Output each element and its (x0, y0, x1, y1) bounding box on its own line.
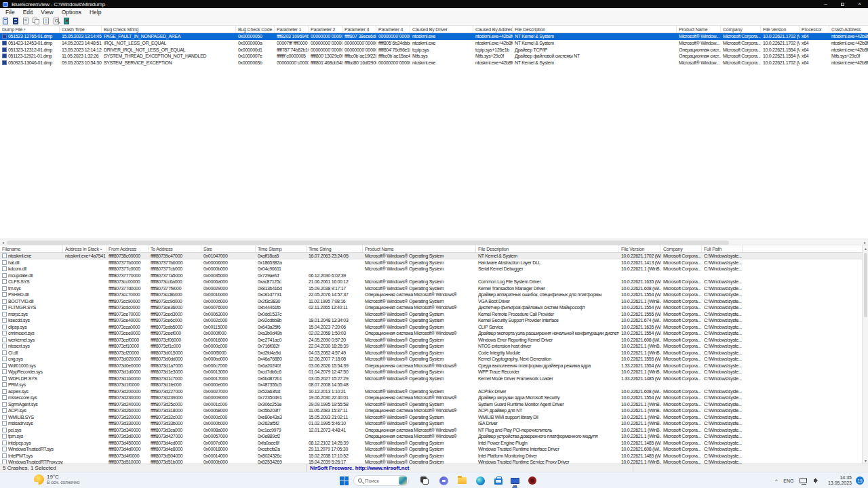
column-header[interactable]: Product Name (363, 245, 476, 252)
column-header[interactable]: Caused By Driver (410, 26, 473, 33)
column-header[interactable]: Company (661, 245, 702, 252)
driver-row[interactable]: CI.dll fffff8073cf20000 fffff8073d015000… (0, 350, 862, 357)
advanced-options-icon[interactable] (63, 18, 71, 24)
task-view-button[interactable] (419, 475, 430, 486)
scroll-up-arrow[interactable]: ▴ (863, 245, 868, 251)
column-header[interactable]: Parameter 4 (376, 26, 410, 33)
chat-button[interactable] (438, 475, 449, 486)
report-icon[interactable] (22, 18, 30, 24)
volume-icon[interactable] (814, 477, 821, 484)
driver-row[interactable]: WppRecorder.sys fffff8073d1d0000 fffff80… (0, 369, 862, 375)
driver-row[interactable]: PSHED.dll fffff8073cc70000 fffff8073cc8b… (0, 291, 862, 298)
column-header[interactable]: Size (201, 245, 256, 252)
column-header[interactable]: Processor (800, 26, 829, 33)
driver-row[interactable]: tpm.sys fffff8073d3d0000 fffff8073d42700… (0, 433, 862, 440)
column-header[interactable]: Crash Time (60, 26, 102, 33)
driver-row[interactable]: intelpep.sys fffff8073d450000 fffff8073d… (0, 440, 862, 447)
driver-row[interactable]: CLFS.SYS fffff8073cc00000 fffff8073cc6a0… (0, 279, 862, 285)
driver-row[interactable]: acpiex.sys fffff8073d200000 fffff8073d22… (0, 388, 862, 395)
driver-row[interactable]: pci.sys fffff8073d340000 fffff8073d3ca00… (0, 427, 862, 434)
driver-row[interactable]: WindowsTrustedRT.sys fffff8073d4d0000 ff… (0, 446, 862, 453)
column-header[interactable]: From Address (106, 245, 149, 252)
copy-icon[interactable] (33, 18, 40, 24)
menu-item[interactable]: Edit (19, 8, 37, 17)
hscroll-thumb[interactable] (7, 241, 729, 245)
driver-row[interactable]: werkernel.sys fffff8073cef0000 fffff8073… (0, 337, 862, 344)
driver-row[interactable]: BOOTVID.dll fffff8073cc90000 fffff8073cc… (0, 298, 862, 305)
status-nirsoft-link[interactable]: NirSoft Freeware. http://www.nirsoft.net (307, 464, 633, 472)
driver-row[interactable]: mcupdate.dll fffff80737770000 fffff80737… (0, 272, 862, 279)
driver-row[interactable]: ntosext.sys fffff8073cf10000 fffff8073cf… (0, 343, 862, 350)
driver-row[interactable]: cng.sys fffff8073d020000 fffff8073d0dd00… (0, 356, 862, 363)
driver-row[interactable]: WMILIB.SYS fffff8073d320000 fffff8073d32… (0, 414, 862, 421)
find-icon[interactable] (53, 18, 60, 24)
lower-pane-vscrollbar[interactable]: ▴ ▾ (862, 245, 868, 464)
column-header[interactable]: Full Path (702, 245, 743, 252)
crash-row[interactable]: 051123-12921-01.dmp 11.05.2023 1:32:26 S… (0, 53, 868, 60)
file-explorer-button[interactable] (456, 475, 467, 486)
crash-row[interactable]: 051323-12312-01.dmp 13.05.2023 12:14:12 … (0, 46, 868, 53)
hidden-icons-chevron[interactable]: ^ (772, 478, 781, 484)
column-header[interactable]: To Address (149, 245, 201, 252)
driver-row[interactable]: tm.sys fffff807377d0000 fffff807377f9000… (0, 285, 862, 292)
save-icon[interactable] (12, 18, 20, 24)
driver-row[interactable]: hal.dll fffff807377b0000 fffff807377b600… (0, 260, 862, 266)
driver-row[interactable]: msrpc.sys fffff8073ce70000 fffff8073ced3… (0, 311, 862, 318)
driver-row[interactable]: cmimcext.sys fffff8073cee0000 fffff8073c… (0, 330, 862, 337)
driver-row[interactable]: PRM.sys fffff8073d1f0000 fffff8073d1fe00… (0, 382, 862, 388)
driver-row[interactable]: clipsp.sys fffff8073cca0000 fffff8073cdb… (0, 324, 862, 331)
bluescreenview-taskbar-button[interactable] (509, 475, 520, 486)
driver-row[interactable]: kdcom.dll fffff807377c0000 fffff807377cb… (0, 266, 862, 272)
scroll-left-arrow[interactable]: ◂ (0, 239, 6, 245)
column-header[interactable]: Crash Address (829, 26, 868, 33)
language-indicator[interactable]: ENG (781, 479, 796, 483)
crash-row[interactable]: 051423-12453-01.dmp 14.05.2023 14:48:51 … (0, 40, 868, 47)
driver-row[interactable]: FLTMGR.SYS fffff8073cdc0000 fffff8073ce3… (0, 304, 862, 311)
scroll-down-arrow[interactable]: ▾ (863, 458, 868, 464)
column-header[interactable]: Bug Check Code (236, 26, 275, 33)
vscroll-thumb[interactable] (864, 253, 867, 317)
column-header[interactable]: Filename (0, 245, 63, 252)
driver-row[interactable]: ntoskrnl.exe ntoskrnl.exe+4a7541 fffff80… (0, 253, 862, 260)
column-header[interactable]: Time Stamp (256, 245, 307, 252)
crash-row[interactable]: 050923-13046-01.dmp 09.05.2023 10:54:30 … (0, 60, 868, 66)
column-header[interactable]: Bug Check String (102, 26, 236, 33)
column-header[interactable]: File Description (476, 245, 619, 252)
driver-row[interactable]: msseccore.sys fffff8073d230000 fffff8073… (0, 394, 862, 401)
scroll-right-arrow[interactable]: ▸ (862, 239, 868, 245)
driver-row[interactable]: msisadrv.sys fffff8073d330000 fffff8073d… (0, 420, 862, 427)
edge-browser-button[interactable] (475, 475, 486, 486)
menu-item[interactable]: Options (58, 8, 85, 17)
column-header[interactable]: File Description (513, 26, 677, 33)
network-icon[interactable] (800, 478, 807, 483)
notification-badge[interactable]: 19 (856, 476, 864, 485)
column-header[interactable]: Parameter 2 (309, 26, 342, 33)
driver-row[interactable]: SgrmAgent.sys fffff8073d240000 fffff8073… (0, 401, 862, 408)
weather-widget[interactable]: 19°C В осн. солнечно (34, 474, 79, 485)
driver-row[interactable]: ACPI.sys fffff8073d260000 fffff8073d3180… (0, 407, 862, 414)
maximize-button[interactable] (834, 0, 851, 8)
driver-row[interactable]: WindowsTrustedRTProxy.sys fffff8073d5100… (0, 459, 862, 464)
properties-icon[interactable] (43, 18, 50, 24)
column-header[interactable]: Parameter 1 (275, 26, 309, 33)
column-header[interactable]: Product Name (677, 26, 721, 33)
menu-item[interactable]: View (37, 8, 57, 17)
open-minidump-icon[interactable] (2, 18, 9, 24)
minimize-button[interactable]: – (817, 0, 834, 8)
start-button[interactable] (338, 475, 349, 486)
crash-row[interactable]: 051523-12765-01.dmp 15.05.2023 13:14:45 … (0, 33, 868, 40)
taskbar-clock[interactable]: 14:35 13.05.2023 (828, 475, 852, 486)
driver-row[interactable]: WDFLDR.SYS fffff8073d1b0000 fffff8073d1c… (0, 375, 862, 382)
close-button[interactable]: × (851, 0, 868, 8)
menu-item[interactable]: File (1, 8, 19, 17)
column-header[interactable]: Caused By Address (473, 26, 513, 33)
microsoft-store-button[interactable] (493, 475, 504, 486)
column-header[interactable]: Company (721, 26, 761, 33)
search-box[interactable]: Поиск (353, 475, 409, 486)
column-header[interactable]: Parameter 3 (342, 26, 376, 33)
red-circle-app-button[interactable] (527, 475, 538, 486)
menu-item[interactable]: Help (85, 8, 105, 17)
column-header[interactable]: File Version (619, 245, 661, 252)
column-header[interactable]: Time String (307, 245, 363, 252)
column-header[interactable]: File Version (761, 26, 800, 33)
